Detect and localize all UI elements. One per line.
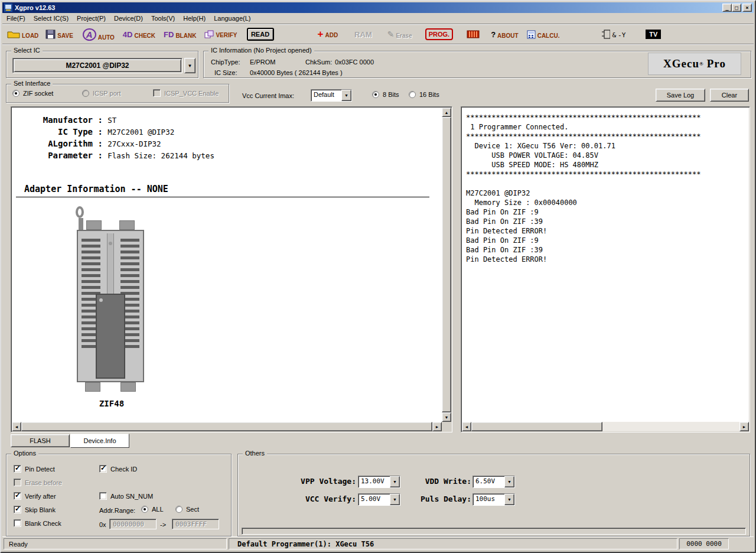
menu-project[interactable]: Project(P) (73, 13, 110, 24)
auto-sn-checkbox[interactable]: Auto SN_NUM (99, 492, 153, 500)
radio-dot (141, 506, 148, 513)
vertical-scrollbar[interactable]: ▲ ▼ (442, 108, 451, 422)
radio-dot (82, 90, 89, 97)
bits8-radio[interactable]: 8 Bits (372, 91, 399, 98)
toolbar-tv-button[interactable]: TV (646, 30, 661, 39)
bits16-radio[interactable]: 16 Bits (409, 91, 439, 98)
toolbar-prog-button[interactable]: PROG. (425, 28, 453, 40)
menu-help[interactable]: Help(H) (179, 13, 210, 24)
blank-check-checkbox[interactable]: Blank Check (14, 519, 61, 527)
vcc-verify-select[interactable]: 5.00V ▼ (358, 493, 400, 506)
chevron-down-icon[interactable]: ▼ (390, 494, 400, 505)
progress-bar (242, 528, 746, 535)
parameter-row: Parameter : Flash Size: 262144 bytes (23, 151, 214, 160)
close-button[interactable]: × (742, 4, 752, 12)
app-window: Xgpro v12.63 _ □ × File(F) Select IC(S) … (0, 0, 756, 553)
check-id-checkbox[interactable]: Check ID (99, 465, 137, 473)
ic-select-value[interactable]: M27C2001 @DIP32 (14, 59, 181, 72)
menu-tools[interactable]: Tools(V) (147, 13, 179, 24)
log-horizontal-scroll-thumb[interactable] (471, 422, 602, 431)
tab-flash[interactable]: FLASH (11, 434, 70, 447)
ic-select-dropdown-button[interactable]: ▼ (184, 58, 195, 73)
horizontal-scrollbar[interactable]: ◄ ► (12, 422, 442, 431)
select-ic-group-label: Select IC (11, 47, 43, 54)
status-programmer: Default Programmer(1): XGecu T56 (229, 538, 677, 549)
ic-info-group-label: IC Information (No Project opened) (208, 47, 314, 54)
set-interface-group: Set Interface ZIF socket ICSP port ICSP_… (6, 84, 229, 103)
toolbar-add-button[interactable]: + ADD (318, 30, 338, 38)
chevron-down-icon[interactable]: ▼ (504, 494, 514, 505)
scroll-right-icon[interactable]: ► (432, 422, 442, 431)
toolbar-about-button[interactable]: ? ABOUT (491, 30, 519, 39)
minimize-button[interactable]: _ (722, 4, 732, 12)
zif-socket-radio[interactable]: ZIF socket (12, 90, 53, 97)
toolbar: LOAD SAVE A AUTO 4D CHECK FD BLANK VERIF… (2, 25, 754, 44)
icsp-vcc-label: ICSP_VCC Enable (164, 90, 219, 97)
socket-lever-icon (76, 206, 84, 218)
tab-device-info[interactable]: Device.Info (70, 434, 129, 448)
addr-end-field[interactable]: 0003FFFF (172, 519, 219, 529)
toolbar-read-button[interactable]: READ (247, 28, 274, 41)
vdd-write-select[interactable]: 6.50V ▼ (472, 476, 515, 488)
skip-blank-checkbox[interactable]: Skip Blank (14, 506, 56, 513)
chevron-down-icon[interactable]: ▼ (504, 476, 514, 487)
toolbar-erase-button[interactable]: ✎ Erase (387, 30, 412, 39)
toolbar-logic-button[interactable]: & -Y (602, 30, 625, 39)
verify-after-checkbox[interactable]: Verify after (14, 492, 56, 500)
scroll-left-icon[interactable]: ◄ (462, 422, 471, 431)
addr-all-radio[interactable]: ALL (141, 506, 164, 513)
vcc-current-select[interactable]: Default ▼ (311, 89, 352, 102)
icsp-port-radio[interactable]: ICSP port (82, 90, 121, 97)
toolbar-verify-button[interactable]: VERIFY (204, 30, 237, 38)
toolbar-calcu-button[interactable]: CALCU. (527, 30, 560, 39)
manufactor-label: Manufactor (23, 115, 93, 125)
colon: : (93, 151, 107, 160)
clear-button[interactable]: Clear (710, 89, 749, 102)
ram-icon: RAM (354, 30, 372, 39)
log-output: ****************************************… (466, 113, 747, 264)
auto-icon: A (83, 28, 96, 41)
scroll-right-icon[interactable]: ► (739, 422, 749, 431)
log-horizontal-scrollbar[interactable]: ◄ ► (462, 422, 749, 431)
logo-text: XGecu (663, 57, 699, 70)
chevron-down-icon[interactable]: ▼ (341, 90, 351, 101)
menu-device[interactable]: Device(D) (110, 13, 147, 24)
ic-select-combobox[interactable]: M27C2001 @DIP32 (12, 58, 183, 73)
menu-language[interactable]: Language(L) (210, 13, 255, 24)
app-icon (4, 4, 12, 12)
addr-start-field[interactable]: 00000000 (109, 519, 157, 529)
toolbar-blank-button[interactable]: FD BLANK (164, 30, 196, 39)
toolbar-ram-button[interactable]: RAM (354, 30, 372, 39)
icsp-vcc-checkbox[interactable]: ICSP_VCC Enable (153, 89, 219, 97)
vpp-voltage-select[interactable]: 13.00V ▼ (358, 476, 400, 488)
scroll-down-icon[interactable]: ▼ (442, 412, 451, 422)
erase-before-checkbox[interactable]: Erase before (14, 479, 62, 486)
toolbar-chip-button[interactable] (466, 29, 480, 40)
menu-select-ic[interactable]: Select IC(S) (30, 13, 73, 24)
pin-detect-checkbox[interactable]: Pin Detect (14, 465, 55, 473)
scroll-left-icon[interactable]: ◄ (12, 422, 21, 431)
addr-sect-radio[interactable]: Sect (175, 506, 199, 513)
save-log-button[interactable]: Save Log (656, 89, 705, 102)
status-counter-text: 0000 0000 (686, 540, 722, 548)
toolbar-save-button[interactable]: SAVE (45, 30, 73, 39)
logo-reg-mark: ® (699, 61, 704, 67)
socket-lever-stem (79, 218, 83, 231)
zif48-socket-image (73, 206, 150, 395)
toolbar-auto-button[interactable]: A AUTO (83, 28, 115, 41)
toolbar-load-button[interactable]: LOAD (7, 30, 38, 39)
bits16-label: 16 Bits (419, 91, 439, 98)
vertical-scroll-thumb[interactable] (442, 117, 451, 412)
checkbox-box (14, 479, 21, 486)
vdd-write-label: VDD Write: (409, 477, 471, 486)
maximize-button[interactable]: □ (732, 4, 741, 12)
scroll-up-icon[interactable]: ▲ (442, 108, 451, 117)
menu-file[interactable]: File(F) (2, 13, 30, 24)
horizontal-scroll-thumb[interactable] (21, 422, 432, 431)
toolbar-about-label: ABOUT (497, 32, 519, 39)
chevron-down-icon[interactable]: ▼ (390, 476, 400, 487)
puls-delay-select[interactable]: 100us ▼ (472, 493, 515, 506)
toolbar-check-button[interactable]: 4D CHECK (123, 30, 155, 39)
chksum-value: 0x03FC 0000 (335, 58, 374, 66)
algorithm-row: ALgorithm : 27Cxxx-DIP32 (23, 139, 161, 148)
